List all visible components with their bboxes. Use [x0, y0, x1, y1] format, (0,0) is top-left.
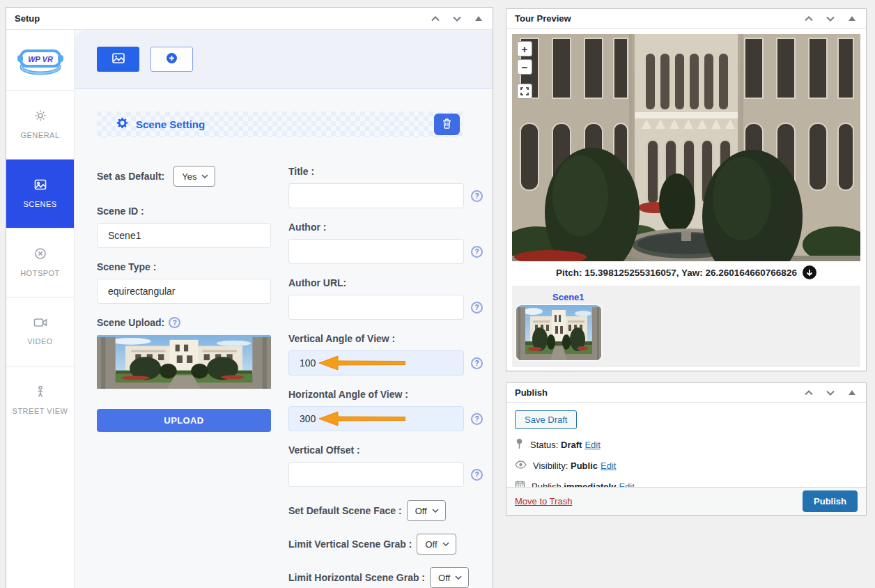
edit-visibility-link[interactable]: Edit — [601, 461, 616, 471]
sidebar-item-hotspot[interactable]: HOTSPOT — [6, 228, 74, 297]
move-up-icon[interactable] — [803, 13, 814, 24]
author-label: Author : — [288, 222, 490, 233]
chevron-down-icon — [432, 509, 439, 513]
scene-upload-label: Scene Upload: — [97, 317, 164, 328]
publish-panel: Publish Save Draft Status: DraftEdit Vis… — [506, 382, 867, 516]
publish-title: Publish — [515, 387, 548, 398]
author-input[interactable] — [288, 239, 464, 264]
move-down-icon[interactable] — [825, 387, 836, 399]
sidebar-item-label: SCENES — [17, 200, 62, 209]
chevron-down-icon — [455, 575, 462, 580]
collapse-icon[interactable] — [846, 387, 858, 399]
limit-vertical-grab-row: Limit Vertical Scene Grab : Off — [288, 534, 490, 555]
collapse-icon[interactable] — [846, 13, 858, 24]
move-up-icon[interactable] — [803, 387, 814, 399]
gear-icon — [34, 109, 47, 125]
eye-icon — [515, 461, 527, 471]
horizontal-aov-input[interactable] — [288, 406, 464, 431]
pin-icon — [515, 438, 524, 451]
set-as-default-select[interactable]: Yes — [173, 166, 215, 187]
scene-tab-strip — [75, 30, 493, 89]
publish-button[interactable]: Publish — [803, 490, 858, 512]
image-icon — [112, 53, 125, 66]
default-scene-face-row: Set Default Scene Face : Off — [288, 500, 490, 521]
sidebar-item-label: VIDEO — [22, 337, 59, 346]
image-icon — [34, 178, 47, 194]
panorama-image — [512, 34, 860, 261]
scene-upload-thumbnail[interactable] — [97, 335, 271, 389]
add-scene-button[interactable] — [150, 47, 193, 72]
title-input[interactable] — [288, 183, 464, 208]
move-down-icon[interactable] — [451, 13, 463, 24]
vertical-aov-label: Vertical Angle of View : — [288, 333, 490, 344]
help-icon[interactable]: ? — [471, 190, 483, 202]
publish-header: Publish — [506, 383, 866, 403]
scene-type-field: Scene Type : — [97, 261, 271, 304]
vertical-offset-field: Vertical Offset : ? — [288, 444, 490, 487]
author-field: Author : ? — [288, 222, 490, 264]
sidebar-item-general[interactable]: GENERAL — [6, 90, 74, 159]
setup-content: Scene Setting Set as Default: Yes — [74, 30, 493, 588]
plus-circle-icon — [166, 52, 178, 67]
panorama-viewport[interactable]: + − — [512, 34, 860, 261]
fullscreen-button[interactable] — [517, 84, 532, 99]
pitch-yaw-readout: Pitch: 15.398125255316057, Yaw: 26.26016… — [556, 268, 797, 278]
vertical-aov-field: Vertical Angle of View : ? — [288, 333, 490, 376]
horizontal-aov-field: Horizontal Angle of View : ? — [288, 389, 490, 431]
horizontal-aov-label: Horizontal Angle of View : — [288, 389, 490, 400]
status-row: Status: DraftEdit — [515, 438, 858, 451]
scene-id-field: Scene ID : — [97, 206, 271, 248]
sidebar-item-scenes[interactable]: SCENES — [6, 159, 74, 228]
author-url-label: Author URL: — [288, 277, 490, 288]
scene-id-input[interactable] — [97, 223, 271, 248]
vertical-offset-input[interactable] — [288, 462, 464, 487]
sidebar-item-label: HOTSPOT — [15, 269, 65, 278]
scene-form: Scene Setting Set as Default: Yes — [75, 89, 493, 588]
set-as-default-label: Set as Default: — [97, 171, 164, 182]
author-url-input[interactable] — [288, 295, 464, 320]
help-icon[interactable]: ? — [471, 246, 483, 258]
title-label: Title : — [288, 166, 490, 177]
default-scene-face-select[interactable]: Off — [407, 500, 446, 521]
scene-thumbnail[interactable] — [516, 305, 601, 360]
save-draft-button[interactable]: Save Draft — [515, 410, 577, 429]
help-icon[interactable]: ? — [471, 413, 483, 425]
title-field: Title : ? — [288, 166, 490, 208]
move-up-icon[interactable] — [430, 13, 441, 24]
move-down-icon[interactable] — [825, 13, 836, 24]
wpvr-logo-text: WP VR — [28, 55, 53, 63]
limit-horizontal-grab-select[interactable]: Off — [430, 567, 469, 588]
help-icon[interactable]: ? — [471, 469, 483, 481]
help-icon[interactable]: ? — [471, 302, 483, 314]
sidebar-item-street-view[interactable]: STREET VIEW — [6, 366, 74, 435]
visibility-row: Visibility: PublicEdit — [515, 461, 858, 471]
wpvr-logo: WP VR — [6, 30, 74, 90]
sidebar-item-video[interactable]: VIDEO — [6, 297, 74, 366]
publish-footer: Move to Trash Publish — [506, 487, 866, 515]
scroll-down-button[interactable] — [803, 265, 816, 279]
edit-status-link[interactable]: Edit — [584, 440, 600, 450]
upload-button[interactable]: UPLOAD — [97, 409, 271, 432]
vertical-offset-label: Vertical Offset : — [288, 444, 490, 456]
help-icon[interactable]: ? — [471, 357, 483, 369]
zoom-out-button[interactable]: − — [517, 59, 532, 75]
pitch-yaw-row: Pitch: 15.398125255316057, Yaw: 26.26016… — [512, 261, 860, 284]
gear-icon — [116, 117, 128, 132]
hotspot-icon — [34, 247, 47, 263]
setup-sidebar: WP VR GENERAL SCENES HOTSPOT VIDEO S — [6, 30, 74, 588]
trash-icon — [442, 118, 451, 131]
default-scene-face-label: Set Default Scene Face : — [288, 505, 402, 516]
status-value: Draft — [561, 440, 582, 450]
vertical-aov-input[interactable] — [288, 350, 464, 376]
move-to-trash-link[interactable]: Move to Trash — [515, 496, 572, 506]
zoom-in-button[interactable]: + — [517, 41, 532, 56]
scene-type-input[interactable] — [97, 279, 271, 304]
help-icon[interactable]: ? — [169, 317, 180, 328]
tour-preview-title: Tour Preview — [515, 13, 571, 24]
scene-name-label[interactable]: Scene1 — [552, 292, 860, 302]
collapse-icon[interactable] — [473, 13, 484, 24]
scene-setting-header: Scene Setting — [97, 111, 463, 137]
limit-vertical-grab-select[interactable]: Off — [417, 534, 456, 555]
delete-scene-button[interactable] — [434, 114, 460, 135]
scene-tab-current[interactable] — [97, 47, 139, 72]
